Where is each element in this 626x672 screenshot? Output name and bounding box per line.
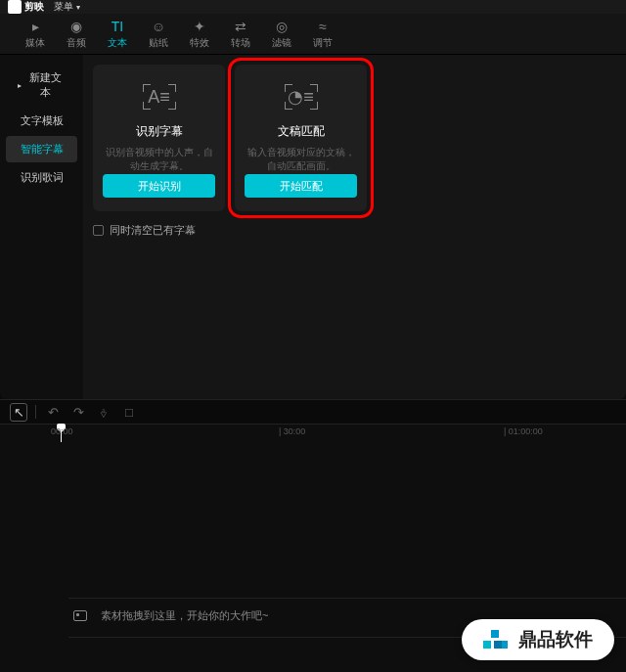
- ruler-mark: | 01:00:00: [504, 426, 543, 436]
- media-icon: ▸: [32, 19, 39, 34]
- card-desc: 输入音视频对应的文稿，自动匹配画面。: [245, 146, 357, 174]
- adjust-icon: ≈: [319, 19, 327, 34]
- divider: [35, 405, 36, 419]
- script-match-icon: ◔≡: [285, 82, 318, 112]
- sidebar-text-template[interactable]: 文字模板: [6, 108, 77, 134]
- transition-icon: ⇄: [235, 19, 246, 34]
- subtitle-icon: A≡: [143, 82, 176, 112]
- filter-icon: ◎: [276, 19, 288, 34]
- time-ruler[interactable]: 00:00 | 30:00 | 01:00:00: [0, 425, 626, 442]
- chevron-down-icon: ▾: [76, 3, 80, 12]
- watermark-icon: [483, 627, 509, 652]
- ruler-mark: | 30:00: [279, 426, 305, 436]
- timeline-empty-hint: 素材拖拽到这里，开始你的大作吧~: [73, 608, 268, 623]
- effects-icon: ✦: [194, 19, 205, 34]
- clear-subtitles-checkbox[interactable]: 同时清空已有字幕: [93, 221, 225, 240]
- redo-button[interactable]: ↷: [69, 405, 87, 420]
- logo-icon: [8, 0, 22, 14]
- card-recognize-subtitle: A≡ 识别字幕 识别音视频中的人声，自动生成字幕。 开始识别: [93, 65, 225, 211]
- sidebar: ▸新建文本 文字模板 智能字幕 识别歌词: [0, 55, 83, 399]
- ruler-mark: 00:00: [51, 426, 73, 436]
- undo-button[interactable]: ↶: [44, 405, 62, 420]
- card-title: 识别字幕: [136, 123, 183, 140]
- sticker-icon: ☺: [152, 19, 165, 34]
- title-bar: 剪映 菜单 ▾: [0, 0, 626, 14]
- tab-adjust[interactable]: ≈调节: [302, 19, 343, 50]
- card-script-match: ◔≡ 文稿匹配 输入音视频对应的文稿，自动匹配画面。 开始匹配: [235, 65, 367, 211]
- menu-dropdown[interactable]: 菜单 ▾: [54, 0, 80, 14]
- cursor-tool[interactable]: ↖: [10, 403, 27, 422]
- main-area: ▸新建文本 文字模板 智能字幕 识别歌词 A≡ 识别字幕 识别音视频中的人声，自…: [0, 55, 626, 399]
- watermark-badge: 鼎品软件: [462, 619, 614, 660]
- app-logo: 剪映: [8, 0, 44, 14]
- sidebar-lyrics[interactable]: 识别歌词: [6, 164, 77, 191]
- checkbox-icon: [93, 225, 104, 236]
- tab-text[interactable]: TI文本: [97, 19, 138, 50]
- start-recognize-button[interactable]: 开始识别: [103, 174, 215, 198]
- card-title: 文稿匹配: [278, 123, 325, 140]
- timeline-toolbar: ↖ ↶ ↷ ⎀ □: [0, 399, 626, 425]
- track-divider: [68, 598, 626, 599]
- tab-transition[interactable]: ⇄转场: [220, 19, 261, 50]
- audio-icon: ◉: [70, 19, 82, 34]
- text-icon: TI: [112, 19, 123, 34]
- content-panel: A≡ 识别字幕 识别音视频中的人声，自动生成字幕。 开始识别 同时清空已有字幕 …: [83, 55, 626, 399]
- tab-filter[interactable]: ◎滤镜: [261, 19, 302, 50]
- tab-effects[interactable]: ✦特效: [179, 19, 220, 50]
- delete-button[interactable]: □: [120, 405, 138, 420]
- tab-audio[interactable]: ◉音频: [56, 19, 97, 50]
- tab-bar: ▸媒体 ◉音频 TI文本 ☺贴纸 ✦特效 ⇄转场 ◎滤镜 ≈调节: [0, 14, 626, 55]
- app-name: 剪映: [24, 0, 44, 14]
- sidebar-new-text[interactable]: ▸新建文本: [6, 65, 77, 106]
- card-desc: 识别音视频中的人声，自动生成字幕。: [103, 146, 215, 174]
- tab-media[interactable]: ▸媒体: [15, 19, 56, 50]
- media-placeholder-icon: [73, 610, 87, 621]
- caret-right-icon: ▸: [18, 81, 22, 90]
- sidebar-smart-subtitle[interactable]: 智能字幕: [6, 136, 77, 162]
- split-button[interactable]: ⎀: [95, 405, 112, 420]
- tab-sticker[interactable]: ☺贴纸: [138, 19, 179, 50]
- start-match-button[interactable]: 开始匹配: [245, 174, 357, 198]
